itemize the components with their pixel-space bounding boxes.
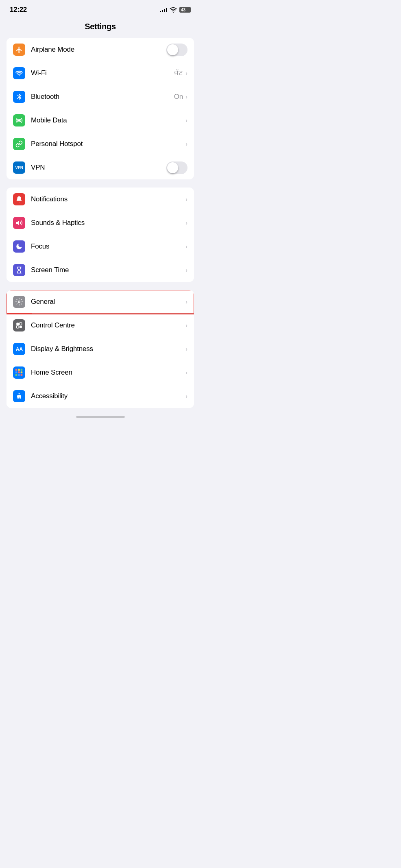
hotspot-icon: [13, 138, 25, 150]
display-brightness-chevron-icon: ›: [185, 346, 187, 352]
accessibility-row[interactable]: Accessibility ›: [7, 384, 194, 408]
mobile-data-label: Mobile Data: [31, 116, 185, 124]
wifi-value: ਜੱਟ: [174, 69, 183, 77]
aa-text: AA: [16, 346, 23, 352]
screen-time-row[interactable]: Screen Time ›: [7, 258, 194, 282]
svg-point-1: [19, 75, 20, 76]
airplane-mode-label: Airplane Mode: [31, 46, 166, 54]
svg-rect-14: [18, 371, 20, 373]
screen-time-icon: [13, 264, 25, 276]
moon-icon: [15, 243, 23, 250]
wifi-icon: [15, 70, 23, 77]
accessibility-chevron-icon: ›: [185, 393, 187, 399]
svg-rect-8: [16, 326, 19, 328]
airplane-mode-icon: [13, 44, 25, 56]
focus-row[interactable]: Focus ›: [7, 235, 194, 258]
svg-rect-13: [15, 371, 17, 373]
vpn-toggle[interactable]: [166, 161, 187, 174]
sounds-haptics-label: Sounds & Haptics: [31, 219, 185, 227]
wifi-row-icon: [13, 67, 25, 79]
svg-rect-18: [21, 374, 23, 376]
signal-icon: [15, 117, 23, 124]
general-label: General: [31, 298, 185, 306]
bluetooth-row[interactable]: Bluetooth On ›: [7, 85, 194, 109]
vpn-row[interactable]: VPN VPN: [7, 156, 194, 179]
system2-section: General › Control Centre › AA Display & …: [7, 290, 194, 408]
display-brightness-label: Display & Brightness: [31, 345, 185, 353]
svg-point-0: [173, 12, 174, 13]
bluetooth-label: Bluetooth: [31, 93, 174, 101]
notifications-icon: [13, 193, 25, 205]
connectivity-section: Airplane Mode Wi-Fi ਜੱਟ › Bluetooth On ›: [7, 38, 194, 179]
vpn-label: VPN: [31, 164, 166, 172]
personal-hotspot-row[interactable]: Personal Hotspot ›: [7, 132, 194, 156]
focus-label: Focus: [31, 242, 185, 251]
wifi-label: Wi-Fi: [31, 69, 174, 77]
svg-point-5: [18, 301, 20, 303]
bluetooth-row-icon: [13, 91, 25, 103]
grid-icon: [15, 368, 24, 377]
status-bar: 12:22 43: [0, 0, 200, 17]
focus-icon: [13, 240, 25, 253]
bluetooth-chevron-icon: ›: [185, 94, 187, 100]
bell-icon: [15, 196, 23, 203]
notifications-row[interactable]: Notifications ›: [7, 188, 194, 211]
screen-time-chevron-icon: ›: [185, 267, 187, 273]
signal-bars-icon: [160, 7, 167, 12]
general-chevron-icon: ›: [185, 299, 187, 305]
sounds-haptics-chevron-icon: ›: [185, 220, 187, 226]
svg-rect-16: [15, 374, 17, 376]
svg-rect-17: [18, 374, 20, 376]
accessibility-person-icon: [15, 393, 23, 400]
mobile-data-chevron-icon: ›: [185, 117, 187, 124]
airplane-icon: [15, 46, 23, 53]
mobile-data-row[interactable]: Mobile Data ›: [7, 109, 194, 132]
system1-section: Notifications › Sounds & Haptics › Focus…: [7, 188, 194, 282]
control-centre-row[interactable]: Control Centre ›: [7, 314, 194, 337]
svg-rect-9: [20, 326, 22, 328]
display-brightness-icon: AA: [13, 343, 25, 355]
hourglass-icon: [15, 266, 23, 274]
personal-hotspot-label: Personal Hotspot: [31, 140, 185, 148]
page-header: Settings: [0, 17, 200, 38]
bluetooth-value: On: [174, 93, 183, 101]
svg-rect-11: [18, 369, 20, 371]
mobile-data-icon: [13, 114, 25, 126]
personal-hotspot-chevron-icon: ›: [185, 141, 187, 147]
svg-point-3: [19, 196, 20, 197]
vpn-icon: VPN: [13, 161, 25, 174]
home-indicator: [76, 416, 125, 418]
accessibility-icon: [13, 390, 25, 402]
bluetooth-icon: [16, 93, 22, 100]
home-screen-row[interactable]: Home Screen ›: [7, 361, 194, 384]
status-time: 12:22: [10, 6, 27, 14]
svg-rect-15: [21, 371, 23, 373]
accessibility-label: Accessibility: [31, 392, 185, 400]
home-screen-chevron-icon: ›: [185, 369, 187, 376]
svg-marker-4: [16, 221, 19, 225]
control-centre-label: Control Centre: [31, 321, 185, 329]
gear-icon: [15, 298, 23, 305]
control-centre-chevron-icon: ›: [185, 322, 187, 329]
wifi-chevron-icon: ›: [185, 70, 187, 76]
sounds-haptics-icon: [13, 217, 25, 229]
battery-icon: 43: [179, 7, 191, 13]
svg-rect-12: [21, 369, 23, 371]
svg-rect-6: [16, 323, 19, 325]
general-row[interactable]: General ›: [7, 290, 194, 314]
airplane-mode-row[interactable]: Airplane Mode: [7, 38, 194, 61]
screen-time-label: Screen Time: [31, 266, 185, 274]
display-brightness-row[interactable]: AA Display & Brightness ›: [7, 337, 194, 361]
sounds-haptics-row[interactable]: Sounds & Haptics ›: [7, 211, 194, 235]
home-screen-label: Home Screen: [31, 369, 185, 377]
control-centre-icon: [13, 319, 25, 331]
toggles-icon: [15, 322, 23, 329]
svg-rect-10: [15, 369, 17, 371]
svg-point-2: [18, 119, 20, 122]
notifications-chevron-icon: ›: [185, 196, 187, 203]
airplane-mode-toggle[interactable]: [166, 44, 187, 56]
status-icons: 43: [160, 6, 191, 13]
svg-point-19: [19, 393, 20, 395]
wifi-row[interactable]: Wi-Fi ਜੱਟ ›: [7, 61, 194, 85]
general-icon: [13, 296, 25, 308]
